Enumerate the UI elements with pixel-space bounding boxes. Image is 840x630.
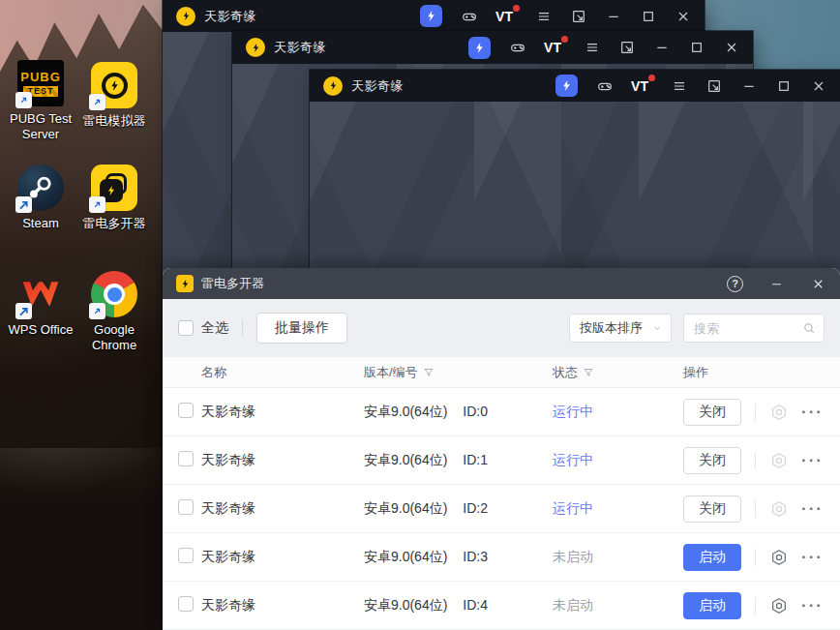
- toolbar-divider: [242, 319, 243, 337]
- close-button[interactable]: [810, 77, 826, 94]
- row-checkbox[interactable]: [178, 548, 194, 563]
- settings-gear-icon[interactable]: [769, 403, 789, 422]
- gamepad-icon[interactable]: [509, 40, 525, 56]
- boost-icon[interactable]: [468, 37, 491, 59]
- action-cell: 关闭: [683, 447, 825, 474]
- action-button[interactable]: 关闭: [683, 399, 741, 426]
- titlebar[interactable]: 天影奇缘 VT: [163, 0, 705, 32]
- action-cell: 关闭: [683, 495, 825, 523]
- action-button[interactable]: 启动: [683, 592, 741, 619]
- minimize-button[interactable]: [605, 8, 621, 24]
- window-title: 天影奇缘: [204, 8, 256, 25]
- resize-window-icon[interactable]: [705, 77, 722, 94]
- desktop-icon-steam[interactable]: Steam: [4, 165, 77, 231]
- filter-icon[interactable]: [423, 367, 435, 378]
- settings-gear-icon[interactable]: [769, 499, 789, 519]
- row-checkbox[interactable]: [178, 596, 194, 612]
- more-options-icon[interactable]: [801, 504, 824, 514]
- action-button[interactable]: 关闭: [683, 495, 741, 523]
- menu-icon[interactable]: [535, 8, 552, 24]
- table-row: 天影奇缘 安卓9.0(64位) ID:2 运行中 关闭: [163, 485, 840, 533]
- boost-icon[interactable]: [420, 5, 442, 27]
- status-text: 运行中: [553, 404, 683, 421]
- header-name: 名称: [201, 364, 364, 381]
- steam-icon: [17, 165, 64, 211]
- search-input[interactable]: [694, 321, 802, 336]
- settings-gear-icon[interactable]: [769, 451, 789, 470]
- more-options-icon[interactable]: [801, 456, 824, 465]
- action-button[interactable]: 启动: [683, 544, 741, 571]
- instance-id: ID:0: [463, 404, 488, 419]
- action-cell: 关闭: [683, 399, 825, 426]
- notification-dot: [648, 75, 655, 81]
- shortcut-arrow-icon: [89, 196, 105, 213]
- maximize-button[interactable]: [640, 8, 656, 24]
- instance-version-cell: 安卓9.0(64位) ID:4: [364, 597, 553, 615]
- vt-label: VT: [495, 9, 513, 24]
- instance-version-cell: 安卓9.0(64位) ID:0: [364, 404, 553, 421]
- vt-label: VT: [544, 40, 561, 55]
- row-checkbox[interactable]: [178, 451, 194, 466]
- instance-id: ID:4: [463, 597, 488, 613]
- shortcut-arrow-icon: [89, 94, 105, 110]
- android-version: 安卓9.0(64位): [364, 597, 447, 613]
- row-checkbox[interactable]: [178, 499, 194, 515]
- row-checkbox[interactable]: [178, 403, 194, 418]
- desktop-icon-ld-multi[interactable]: 雷电多开器: [77, 165, 151, 231]
- resize-window-icon[interactable]: [618, 40, 635, 56]
- menu-icon[interactable]: [584, 40, 600, 56]
- more-options-icon[interactable]: [801, 601, 824, 611]
- ld-multi-icon: [91, 165, 137, 211]
- settings-gear-icon[interactable]: [769, 596, 789, 615]
- maximize-button[interactable]: [688, 40, 705, 56]
- instance-name: 天影奇缘: [201, 500, 364, 518]
- titlebar[interactable]: 天影奇缘 VT: [232, 31, 753, 64]
- filter-icon[interactable]: [583, 367, 594, 378]
- table-row: 天影奇缘 安卓9.0(64位) ID:4 未启动 启动: [163, 582, 840, 630]
- manager-toolbar: 全选 批量操作 按版本排序: [163, 299, 840, 357]
- more-options-icon[interactable]: [801, 407, 824, 417]
- action-divider: [755, 597, 756, 615]
- android-version: 安卓9.0(64位): [364, 404, 447, 419]
- table-row: 天影奇缘 安卓9.0(64位) ID:1 运行中 关闭: [163, 436, 840, 485]
- manager-titlebar[interactable]: 雷电多开器: [163, 268, 840, 299]
- instance-name: 天影奇缘: [201, 597, 364, 615]
- boost-icon[interactable]: [555, 75, 578, 97]
- ldplayer-icon: [91, 62, 137, 108]
- help-icon[interactable]: [727, 276, 743, 292]
- app-logo-icon: [176, 7, 195, 26]
- instance-name: 天影奇缘: [201, 549, 364, 566]
- batch-operations-button[interactable]: 批量操作: [256, 313, 347, 344]
- vt-icon[interactable]: VT: [631, 78, 652, 94]
- desktop-icon-ld-emulator[interactable]: 雷电模拟器: [77, 62, 151, 129]
- settings-gear-icon[interactable]: [769, 548, 789, 567]
- resize-window-icon[interactable]: [570, 8, 586, 24]
- titlebar[interactable]: 天影奇缘 VT: [310, 70, 840, 102]
- table-header: 名称 版本/编号 状态 操作: [163, 357, 840, 388]
- minimize-button[interactable]: [653, 40, 670, 56]
- minimize-button[interactable]: [740, 77, 757, 94]
- close-button[interactable]: [810, 276, 826, 292]
- notification-dot: [513, 5, 520, 12]
- status-text: 运行中: [553, 500, 683, 518]
- desktop-icon-google-chrome[interactable]: Google Chrome: [77, 271, 151, 354]
- vt-icon[interactable]: VT: [495, 9, 517, 24]
- gamepad-icon[interactable]: [461, 8, 477, 24]
- gamepad-icon[interactable]: [596, 77, 613, 94]
- desktop-icon-wps-office[interactable]: WPS Office: [4, 271, 77, 338]
- action-divider: [755, 404, 756, 421]
- sort-dropdown[interactable]: 按版本排序: [569, 314, 672, 343]
- menu-icon[interactable]: [671, 77, 687, 94]
- minimize-button[interactable]: [768, 276, 785, 292]
- vt-icon[interactable]: VT: [544, 40, 565, 55]
- maximize-button[interactable]: [775, 77, 792, 94]
- more-options-icon[interactable]: [801, 553, 824, 562]
- chrome-icon: [91, 271, 137, 317]
- close-button[interactable]: [723, 40, 739, 56]
- desktop-icon-label: Google Chrome: [77, 322, 151, 354]
- close-button[interactable]: [675, 8, 691, 24]
- select-all-checkbox[interactable]: [178, 320, 194, 336]
- desktop-icon-pubg-test-server[interactable]: PUBG TEST PUBG Test Server: [4, 60, 77, 143]
- android-version: 安卓9.0(64位): [364, 549, 447, 564]
- action-button[interactable]: 关闭: [683, 447, 741, 474]
